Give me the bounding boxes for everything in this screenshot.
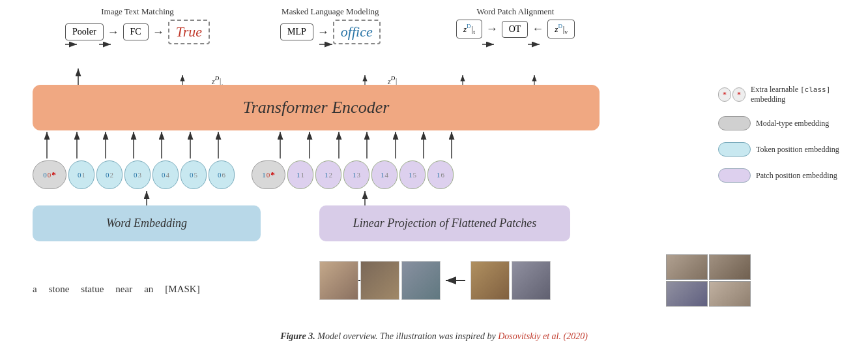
rimg-4 [709,281,751,307]
figure-caption: Figure 3. Model overview. The illustrati… [0,331,868,342]
mlp-box: MLP [280,23,313,40]
token-04: 0 4 [152,160,179,189]
token-11: 1 1 [287,160,313,189]
pooler-box: Pooler [65,23,104,40]
top-boxes: Image Text Matching Pooler → FC → True M… [33,7,600,65]
diagram-container: Image Text Matching Pooler → FC → True M… [0,0,868,347]
token-02: 0 2 [96,160,123,189]
transformer-label: Transformer Encoder [243,98,390,117]
img-thumb-3 [401,261,441,300]
arrow-zdt-ot: → [486,22,498,36]
token-15: 1 5 [399,160,426,189]
right-images-grid [666,254,751,307]
word-embed-label: Word Embedding [106,217,187,230]
linear-proj-label: Linear Projection of Flattened Patches [353,217,536,230]
legend-gray: Modal-type embedding [718,116,848,130]
word-near: near [115,284,132,295]
caption-figure: Figure 3. [280,331,315,341]
token-16: 1 6 [427,160,454,189]
legend-blue-label: Token position embedding [756,145,839,155]
legend-blue-pill [718,142,751,157]
ot-box: OT [502,21,528,38]
images-row [319,254,613,307]
legend-star-label: Extra learnable [class] embedding [751,85,848,104]
rimg-3 [666,281,708,307]
legend-gray-label: Modal-type embedding [756,119,829,128]
word-an: an [144,284,153,295]
token-14: 1 4 [371,160,398,189]
img-thumb-4 [470,261,510,300]
token-01: 0 1 [68,160,94,189]
true-box: True [168,20,210,44]
caption-middle: Model overview. The illustration was ins… [317,331,498,341]
token-12: 1 2 [315,160,341,189]
wpa-row: zD|t → OT ← zD|v [456,20,575,38]
itm-label: Image Text Matching [101,7,173,17]
wpa-area: Word Patch Alignment zD|t → OT ← zD|v [456,7,575,38]
zdt-box: zD|t [456,20,482,38]
wpa-label: Word Patch Alignment [477,7,555,17]
office-box: office [333,20,381,44]
star-pill-right: * [732,87,745,102]
mlm-label: Masked Language Modeling [282,7,379,17]
legend-star-icon: * * [718,87,745,102]
arrow-ot-zdv: ← [532,22,543,36]
img-thumb-2 [360,261,399,300]
word-a: a [33,284,37,295]
word-embedding-box: Word Embedding [33,205,261,241]
img-thumb-5 [512,261,551,300]
mlm-row: MLP → office [280,20,381,44]
mlm-area: Masked Language Modeling MLP → office [280,7,381,44]
word-stone: stone [49,284,70,295]
itm-row: Pooler → FC → True [65,20,210,44]
legend-star: * * Extra learnable [class] embedding [718,85,848,104]
linear-projection-box: Linear Projection of Flattened Patches [319,205,570,241]
token-13: 1 3 [343,160,369,189]
word-mask: [MASK] [165,284,199,295]
token-05: 0 5 [181,160,207,189]
token-06: 0 6 [209,160,235,189]
token-03: 0 3 [124,160,151,189]
arrow-pooler-fc: → [108,25,119,39]
legend-blue: Token position embedding [718,142,848,157]
rimg-1 [666,254,708,280]
legend-purple: Patch position embedding [718,168,848,183]
legend-gray-pill [718,116,751,130]
legend-purple-label: Patch position embedding [756,171,837,181]
transformer-encoder-box: Transformer Encoder [33,85,600,130]
arrow-images [442,274,469,287]
fc-box: FC [123,23,149,40]
words-row: a stone statue near an [MASK] [33,284,280,295]
token-00-star: 0 0 * [33,160,66,189]
zdv-box: zD|v [547,20,575,38]
itm-area: Image Text Matching Pooler → FC → True [65,7,210,44]
word-statue: statue [81,284,104,295]
arrow-fc-true: → [152,25,164,39]
caption-link[interactable]: Dosovitskiy et al. (2020) [498,331,588,341]
legend: * * Extra learnable [class] embedding Mo… [718,85,848,194]
legend-purple-pill [718,168,751,183]
tokens-row: 0 0 * 0 1 0 2 0 3 0 4 [33,158,606,191]
arrow-mlp-office: → [317,25,329,39]
token-10-star: 1 0 * [252,160,285,189]
star-pill-left: * [718,87,731,102]
img-thumb-1 [319,261,358,300]
rimg-2 [709,254,751,280]
